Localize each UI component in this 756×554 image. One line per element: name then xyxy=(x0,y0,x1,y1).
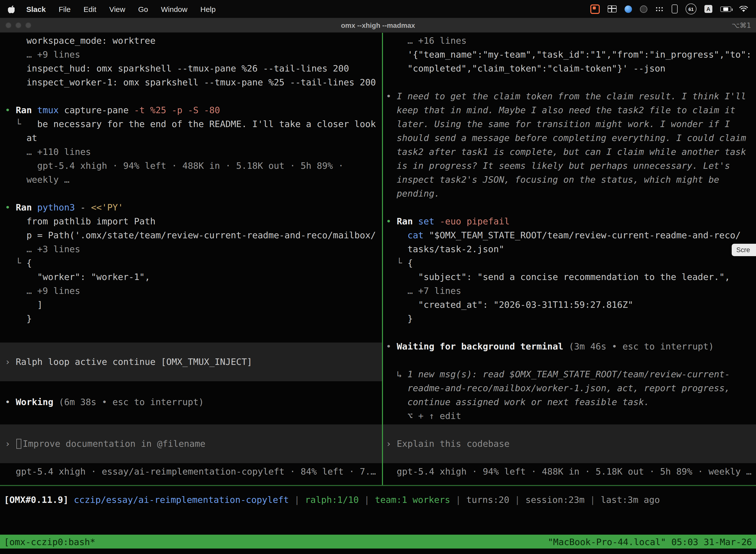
menu-item-view[interactable]: View xyxy=(103,5,132,13)
terminal-window: workspace_mode: worktree … +9 lines insp… xyxy=(0,33,756,554)
terminal-text: | xyxy=(289,494,305,505)
screen-overlay-tooltip[interactable]: Scre xyxy=(732,244,756,256)
terminal-text: ↳ xyxy=(386,369,407,379)
terminal-text: ralph:1/10 xyxy=(305,494,359,505)
terminal-text: Improve documentation in @filename xyxy=(22,438,205,449)
terminal-text: (6m 38s • esc to interrupt) xyxy=(59,397,204,407)
terminal-text: '{"team_name":"my-team","task_id":"1","f… xyxy=(386,49,752,60)
battery-percentage-value: 61 xyxy=(688,6,693,12)
terminal-text: <<'PY' xyxy=(91,202,123,213)
right-session-status: gpt-5.4 xhigh · 94% left · 488K in · 5.1… xyxy=(383,465,756,479)
working-status: • Working (6m 38s • esc to interrupt) xyxy=(0,395,382,409)
terminal-text: … +9 lines xyxy=(5,49,80,60)
tmux-session-window-label[interactable]: [omx-cczip0:bash* xyxy=(4,536,95,547)
terminal-line: › Improve documentation in @filename xyxy=(0,437,382,451)
wifi-icon[interactable] xyxy=(739,6,748,12)
ralph-loop-band[interactable]: › Ralph loop active continue [OMX_TMUX_I… xyxy=(0,342,382,381)
terminal-text: | xyxy=(509,494,525,505)
terminal-line: pending. xyxy=(383,187,756,201)
terminal-line: • Waiting for background terminal (3m 46… xyxy=(383,340,756,353)
terminal-text: capture-pane xyxy=(64,105,134,115)
terminal-line: "subject": "send a concise recommendatio… xyxy=(383,270,756,284)
terminal-line: should send a message before completing … xyxy=(383,131,756,145)
terminal-text: continue assigned work or next feasible … xyxy=(386,397,649,407)
window-title-bar[interactable]: omx --xhigh --madmax ⌥⌘1 xyxy=(0,18,756,33)
terminal-text: weekly … xyxy=(5,174,69,185)
dots-grid-icon[interactable] xyxy=(655,6,664,12)
menu-item-go[interactable]: Go xyxy=(132,5,154,13)
hud-pane[interactable]: [OMX#0.11.9] cczip/essay/ai-reimplementa… xyxy=(0,486,756,535)
terminal-text: • xyxy=(386,216,397,226)
terminal-pane-left[interactable]: workspace_mode: worktree … +9 lines insp… xyxy=(0,33,382,485)
terminal-text: python3 xyxy=(37,202,80,213)
menu-item-help[interactable]: Help xyxy=(194,5,222,13)
menu-item-file[interactable]: File xyxy=(52,5,77,13)
terminal-line: tasks/task-2.json" xyxy=(383,242,756,256)
terminal-text: p = Path('.omx/state/team/review-current… xyxy=(5,230,376,240)
terminal-text: › xyxy=(386,438,397,449)
window-grid-icon[interactable] xyxy=(608,5,617,12)
terminal-line: is in progress? It seems likely but perh… xyxy=(383,159,756,173)
left-session-status: gpt-5.4 xhigh · essay/ai-reimplementatio… xyxy=(0,465,382,479)
terminal-text: Ran xyxy=(16,105,37,115)
screen-recording-indicator-icon[interactable] xyxy=(590,4,600,14)
terminal-line xyxy=(0,187,382,201)
menu-item-edit[interactable]: Edit xyxy=(77,5,103,13)
terminal-text: Ran xyxy=(16,202,37,213)
terminal-text: "created_at": "2026-03-31T11:59:27.816Z" xyxy=(386,299,633,310)
battery-icon[interactable] xyxy=(720,6,731,12)
minimize-button[interactable] xyxy=(15,22,21,28)
terminal-pane-right[interactable]: … +16 lines '{"team_name":"my-team","tas… xyxy=(383,33,756,485)
terminal-text: | xyxy=(585,494,601,505)
terminal-text: "worker": "worker-1", xyxy=(5,272,150,282)
battery-percentage-badge[interactable]: 61 xyxy=(686,3,696,14)
blue-app-icon[interactable] xyxy=(625,5,632,13)
terminal-text: inspect_hud: omx sparkshell --tmux-pane … xyxy=(5,63,349,73)
terminal-line: "worker": "worker-1", xyxy=(0,270,382,284)
terminal-text: at xyxy=(5,132,37,143)
terminal-text: • xyxy=(5,105,16,115)
tmux-host-clock-label: "MacBook-Pro-44.local" 05:03 31-Mar-26 xyxy=(548,536,752,547)
terminal-line: cat "$OMX_TEAM_STATE_ROOT/team/review-cu… xyxy=(383,228,756,242)
terminal-text: } xyxy=(386,313,413,324)
close-button[interactable] xyxy=(5,22,11,28)
terminal-text: › xyxy=(5,438,16,449)
terminal-line: } xyxy=(383,312,756,326)
terminal-line: … +110 lines xyxy=(0,145,382,159)
terminal-text: (3m 46s • esc to interrupt) xyxy=(569,341,714,351)
phone-mirroring-icon[interactable] xyxy=(672,4,678,13)
input-source-icon[interactable]: A xyxy=(704,5,712,13)
terminal-text: keep that in mind. Maybe I also need the… xyxy=(386,105,736,115)
terminal-text: { xyxy=(407,258,413,268)
terminal-line: … +9 lines xyxy=(0,48,382,62)
window-title: omx --xhigh --madmax xyxy=(0,21,756,29)
dark-app-icon[interactable] xyxy=(640,5,647,13)
terminal-line: ⌥ + ↑ edit xyxy=(383,409,756,423)
new-message-note: ↳ 1 new msg(s): read $OMX_TEAM_STATE_ROO… xyxy=(383,367,756,423)
apple-menu[interactable] xyxy=(8,5,17,13)
terminal-line: keep that in mind. Maybe I also need the… xyxy=(383,103,756,117)
terminal-text: "subject": "send a concise recommendatio… xyxy=(386,272,730,282)
terminal-line: • Ran python3 - <<'PY' xyxy=(0,201,382,214)
menu-item-window[interactable]: Window xyxy=(154,5,194,13)
terminal-text: turns:20 xyxy=(466,494,509,505)
prompt-input-left[interactable]: › Improve documentation in @filename xyxy=(0,425,382,463)
terminal-text: pending. xyxy=(386,188,440,199)
terminal-line: gpt-5.4 xhigh · essay/ai-reimplementatio… xyxy=(0,465,382,479)
prompt-input-right[interactable]: › Explain this codebase xyxy=(383,425,756,463)
terminal-line: • Ran tmux capture-pane -t %25 -p -S -80 xyxy=(0,103,382,117)
terminal-text: … +7 lines xyxy=(386,285,461,296)
menu-item-slack[interactable]: Slack xyxy=(20,5,52,13)
terminal-text: inspect task2's JSON, focusing on the st… xyxy=(386,174,719,185)
terminal-text: ] xyxy=(5,299,43,310)
terminal-line: inspect_hud: omx sparkshell --tmux-pane … xyxy=(0,62,382,75)
terminal-line: "completed","claim_token":"claim-token"}… xyxy=(383,62,756,75)
terminal-text: ⌥ + ↑ edit xyxy=(386,410,461,421)
terminal-text: [OMX#0.11.9] xyxy=(4,494,74,505)
terminal-line: p = Path('.omx/state/team/review-current… xyxy=(0,228,382,242)
terminal-text: gpt-5.4 xhigh · essay/ai-reimplementatio… xyxy=(5,466,376,477)
zoom-button[interactable] xyxy=(25,22,31,28)
left-transcript: workspace_mode: worktree … +9 lines insp… xyxy=(0,34,382,326)
terminal-text: set xyxy=(418,216,440,226)
terminal-text: gpt-5.4 xhigh · 94% left · 488K in · 5.1… xyxy=(386,466,752,477)
